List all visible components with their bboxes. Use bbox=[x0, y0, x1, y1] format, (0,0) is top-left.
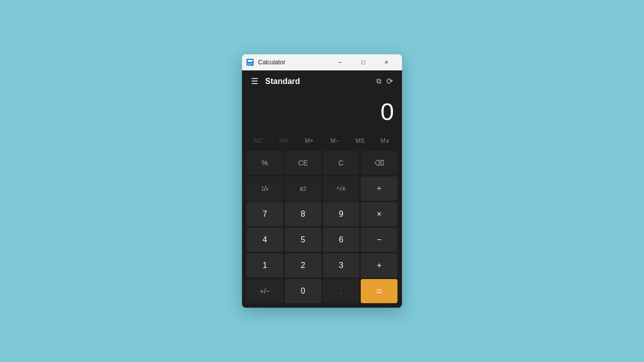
window-controls: − □ × bbox=[329, 54, 398, 70]
sqrt-button[interactable]: ²√x bbox=[323, 176, 360, 201]
memory-list-button[interactable]: M∨ bbox=[373, 134, 398, 147]
svg-rect-7 bbox=[252, 64, 253, 65]
negate-button[interactable]: +/− bbox=[247, 279, 283, 303]
percent-button[interactable]: % bbox=[247, 151, 283, 175]
titlebar: Calculator − □ × bbox=[242, 54, 402, 70]
memory-plus-button[interactable]: M+ bbox=[297, 134, 322, 147]
svg-rect-6 bbox=[250, 64, 251, 65]
svg-rect-4 bbox=[252, 63, 253, 64]
two-button[interactable]: 2 bbox=[285, 253, 321, 278]
square-button[interactable]: x2 bbox=[285, 176, 321, 201]
reciprocal-button[interactable]: 1/x bbox=[247, 176, 283, 201]
calculator-body: ☰ Standard ⧉ ⟳ 0 MC MR M+ M− MS M∨ % bbox=[242, 70, 402, 308]
subtract-button[interactable]: − bbox=[361, 228, 397, 252]
memory-minus-button[interactable]: M− bbox=[322, 134, 347, 147]
decimal-button[interactable]: . bbox=[323, 279, 360, 303]
window-title: Calculator bbox=[258, 59, 329, 66]
zero-button[interactable]: 0 bbox=[285, 279, 321, 303]
memory-recall-button[interactable]: MR bbox=[271, 134, 296, 147]
hamburger-icon: ☰ bbox=[251, 76, 258, 86]
divide-button[interactable]: ÷ bbox=[361, 176, 397, 201]
equals-button[interactable]: = bbox=[361, 279, 397, 303]
multiply-button[interactable]: × bbox=[361, 202, 397, 226]
one-button[interactable]: 1 bbox=[247, 253, 283, 278]
four-button[interactable]: 4 bbox=[247, 228, 283, 252]
history-icon: ⟳ bbox=[386, 77, 393, 85]
svg-rect-2 bbox=[248, 63, 249, 64]
clear-button[interactable]: C bbox=[323, 151, 360, 175]
six-button[interactable]: 6 bbox=[323, 228, 360, 252]
memory-store-button[interactable]: MS bbox=[347, 134, 372, 147]
svg-rect-1 bbox=[248, 60, 253, 62]
eight-button[interactable]: 8 bbox=[285, 202, 321, 226]
calculator-display: 0 bbox=[242, 92, 402, 132]
memory-clear-button[interactable]: MC bbox=[246, 134, 271, 147]
history-button[interactable]: ⟳ bbox=[383, 74, 396, 88]
menu-button[interactable]: ☰ bbox=[248, 74, 261, 88]
calculator-header: ☰ Standard ⧉ ⟳ bbox=[242, 70, 402, 92]
calculator-icon bbox=[246, 58, 254, 66]
svg-rect-5 bbox=[248, 64, 249, 65]
svg-rect-3 bbox=[250, 63, 251, 64]
three-button[interactable]: 3 bbox=[323, 253, 360, 278]
five-button[interactable]: 5 bbox=[285, 228, 321, 252]
calculator-mode-title: Standard bbox=[265, 77, 372, 86]
calculator-window: Calculator − □ × ☰ Standard ⧉ ⟳ 0 MC bbox=[242, 54, 402, 308]
backspace-button[interactable]: ⌫ bbox=[361, 151, 397, 175]
maximize-button[interactable]: □ bbox=[352, 54, 375, 70]
close-button[interactable]: × bbox=[375, 54, 398, 70]
nine-button[interactable]: 9 bbox=[323, 202, 360, 226]
minimize-button[interactable]: − bbox=[329, 54, 352, 70]
snap-button[interactable]: ⧉ bbox=[374, 75, 383, 87]
clear-entry-button[interactable]: CE bbox=[285, 151, 321, 175]
button-grid: % CE C ⌫ 1/x x2 ²√x ÷ 7 8 9 × 4 5 6 − 1 … bbox=[242, 148, 402, 308]
add-button[interactable]: + bbox=[361, 253, 397, 278]
seven-button[interactable]: 7 bbox=[247, 202, 283, 226]
snap-icon: ⧉ bbox=[376, 77, 381, 85]
memory-row: MC MR M+ M− MS M∨ bbox=[242, 132, 402, 148]
display-value: 0 bbox=[380, 100, 394, 124]
